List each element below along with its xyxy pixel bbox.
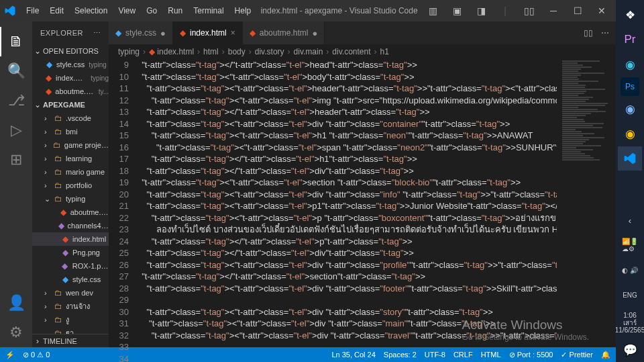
folder-item[interactable]: ›🗀.vscode bbox=[32, 111, 109, 125]
file-item[interactable]: ◆ROX-1.png bbox=[32, 259, 109, 273]
folder-item[interactable]: ⌄🗀ฐา bbox=[32, 326, 109, 334]
open-editors-section[interactable]: ⌄OPEN EDITORS bbox=[32, 44, 109, 58]
menu-terminal[interactable]: Terminal bbox=[189, 3, 228, 18]
edge-icon[interactable]: ◉ bbox=[618, 52, 642, 77]
more-icon[interactable]: ⋯ bbox=[93, 29, 101, 38]
explorer-sidebar: EXPLORER⋯ ⌄OPEN EDITORS ●◆style.csstypin… bbox=[32, 21, 109, 347]
folder-item[interactable]: ›🗀bmi bbox=[32, 125, 109, 138]
windows-taskbar: ❖ Pr ◉ Ps ◉ ◉ ‹ 📶🔋☁⚙ ◐ 🔊 ENG 1:06เสาร์11… bbox=[616, 0, 644, 362]
window-title: index.html - apexgame - Visual Studio Co… bbox=[256, 6, 423, 15]
sidebar-icon[interactable]: ◨ bbox=[471, 5, 491, 16]
timeline-section[interactable]: ›TIMELINE bbox=[32, 334, 109, 347]
language-indicator[interactable]: ENG bbox=[618, 283, 642, 307]
vscode-logo-icon bbox=[4, 5, 16, 17]
breadcrumb-item[interactable]: ◆ index.html bbox=[149, 47, 194, 56]
status-item[interactable]: Spaces: 2 bbox=[384, 351, 417, 359]
menu-help[interactable]: Help bbox=[230, 3, 256, 18]
tray-chevron-icon[interactable]: ‹ bbox=[618, 208, 642, 232]
file-item[interactable]: ◆aboutme.html bbox=[32, 206, 109, 219]
windows-start-icon[interactable]: ❖ bbox=[618, 3, 642, 27]
menu-selection[interactable]: Selection bbox=[70, 3, 112, 18]
folder-item[interactable]: ›🗀wen dev bbox=[32, 286, 109, 300]
project-section[interactable]: ⌄APEXGAME bbox=[32, 98, 109, 111]
status-item[interactable]: 🔔 bbox=[601, 351, 610, 359]
breadcrumb-item[interactable]: h1 bbox=[380, 47, 389, 56]
close-button[interactable]: ✕ bbox=[592, 5, 612, 16]
tray-vol-icon[interactable]: ◐ 🔊 bbox=[618, 258, 642, 282]
search-icon[interactable]: 🔍 bbox=[0, 56, 32, 86]
menu-edit[interactable]: Edit bbox=[45, 3, 68, 18]
folder-item[interactable]: ⌄🗀typing bbox=[32, 192, 109, 206]
file-icon: ◆ bbox=[250, 28, 256, 38]
notifications-icon[interactable]: 💬 bbox=[618, 338, 642, 362]
open-editor-item[interactable]: ×◆index.htmltyping bbox=[32, 71, 109, 85]
menu-view[interactable]: View bbox=[113, 3, 140, 18]
file-item[interactable]: ◆Png.png bbox=[32, 246, 109, 259]
editor-tab[interactable]: ◆index.html× bbox=[173, 21, 243, 44]
layout-icon[interactable]: ▥ bbox=[423, 5, 443, 16]
split-editor-icon[interactable]: ▯▯ bbox=[584, 28, 593, 38]
extensions-icon[interactable]: ⊞ bbox=[0, 145, 32, 175]
tab-more-icon[interactable]: ⋯ bbox=[601, 28, 609, 38]
explorer-title: EXPLORER bbox=[40, 29, 83, 37]
open-editor-item[interactable]: ●◆aboutme.htmlty... bbox=[32, 85, 109, 98]
maximize-button[interactable]: ☐ bbox=[568, 5, 588, 16]
editor-tabs: ◆style.css●◆index.html×◆aboutme.html● ▯▯… bbox=[109, 21, 616, 44]
settings-icon[interactable]: ⚙ bbox=[0, 318, 32, 347]
status-item[interactable]: Ln 35, Col 24 bbox=[331, 351, 375, 359]
premiere-icon[interactable]: Pr bbox=[618, 28, 642, 52]
debug-icon[interactable]: ▷ bbox=[0, 116, 32, 145]
breadcrumb-item[interactable]: div.story bbox=[255, 47, 284, 56]
status-item[interactable]: CRLF bbox=[453, 351, 473, 359]
breadcrumb-item[interactable]: div.content bbox=[332, 47, 370, 56]
file-item[interactable]: ◆channels4_profil... bbox=[32, 219, 109, 232]
editor-tab[interactable]: ◆aboutme.html● bbox=[243, 21, 325, 44]
menu-run[interactable]: Run bbox=[163, 3, 187, 18]
clock[interactable]: 1:06เสาร์11/6/2565 bbox=[618, 308, 642, 337]
photoshop-icon[interactable]: Ps bbox=[621, 77, 639, 96]
account-icon[interactable]: 👤 bbox=[0, 288, 32, 318]
file-icon: ◆ bbox=[180, 28, 186, 38]
status-item[interactable]: ⊘ 0 ⚠ 0 bbox=[23, 351, 50, 359]
breadcrumb-item[interactable]: html bbox=[203, 47, 219, 56]
activate-windows-watermark: Activate WindowsGo to Settings to activa… bbox=[462, 318, 589, 342]
tray-icons[interactable]: 📶🔋☁⚙ bbox=[618, 233, 642, 257]
breadcrumb-item[interactable]: div.main bbox=[294, 47, 323, 56]
editor-tab[interactable]: ◆style.css● bbox=[109, 21, 173, 44]
folder-item[interactable]: ›🗀งู bbox=[32, 313, 109, 326]
panel-icon[interactable]: ▣ bbox=[447, 5, 467, 16]
status-item[interactable]: ⊘ Port : 5500 bbox=[509, 351, 553, 359]
split-icon[interactable]: ▯▯ bbox=[519, 5, 539, 16]
vscode-task-icon[interactable] bbox=[618, 146, 642, 171]
menu-bar: FileEditSelectionViewGoRunTerminalHelp bbox=[21, 3, 256, 18]
minimap[interactable] bbox=[557, 59, 616, 347]
breadcrumb-item[interactable]: body bbox=[228, 47, 246, 56]
code-editor[interactable]: 9101112131415161718192021222324252627282… bbox=[109, 59, 616, 347]
title-bar: FileEditSelectionViewGoRunTerminalHelp i… bbox=[0, 0, 616, 21]
chrome-blue-icon[interactable]: ◉ bbox=[618, 97, 642, 121]
close-tab-icon[interactable]: × bbox=[231, 28, 235, 38]
breadcrumb[interactable]: typing›◆ index.html›html›body›div.story›… bbox=[109, 44, 616, 59]
menu-go[interactable]: Go bbox=[142, 3, 162, 18]
activity-bar: 🗎 🔍 ⎇ ▷ ⊞ 👤 ⚙ bbox=[0, 21, 32, 347]
folder-item[interactable]: ›🗀portfolio bbox=[32, 179, 109, 192]
folder-item[interactable]: ›🗀mario game bbox=[32, 165, 109, 179]
status-item[interactable]: HTML bbox=[481, 351, 501, 359]
open-editor-item[interactable]: ●◆style.csstyping bbox=[32, 58, 109, 71]
explorer-icon[interactable]: 🗎 bbox=[0, 27, 32, 56]
menu-file[interactable]: File bbox=[21, 3, 44, 18]
minimize-button[interactable]: ─ bbox=[543, 5, 564, 16]
folder-item[interactable]: ›🗀game project 2 bbox=[32, 138, 109, 152]
file-item[interactable]: ◆style.css bbox=[32, 273, 109, 286]
chrome-icon[interactable]: ◉ bbox=[618, 122, 642, 146]
status-item[interactable]: ✓ Prettier bbox=[561, 351, 593, 359]
file-icon: ◆ bbox=[115, 28, 121, 38]
status-item[interactable]: ⚡ bbox=[5, 351, 15, 359]
status-item[interactable]: UTF-8 bbox=[425, 351, 445, 359]
folder-item[interactable]: ›🗀งานจ้าง bbox=[32, 300, 109, 313]
folder-item[interactable]: ›🗀learning bbox=[32, 152, 109, 165]
breadcrumb-item[interactable]: typing bbox=[118, 47, 140, 56]
file-item[interactable]: ◆index.html bbox=[32, 232, 109, 246]
source-control-icon[interactable]: ⎇ bbox=[0, 86, 32, 116]
status-bar: ⚡⊘ 0 ⚠ 0Ln 35, Col 24Spaces: 2UTF-8CRLFH… bbox=[0, 347, 616, 362]
